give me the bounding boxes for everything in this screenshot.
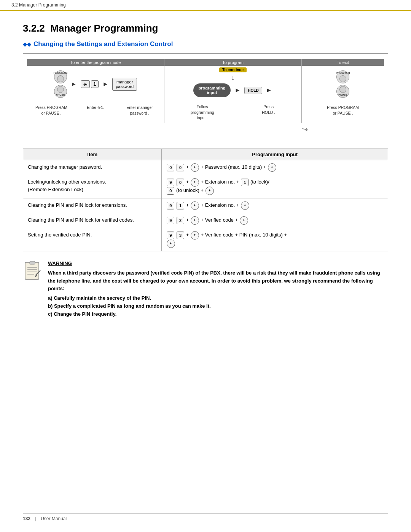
key-1a: 1 [177, 202, 184, 209]
svg-rect-0 [25, 262, 39, 280]
top-bar-label: 3.2 Manager Programming [11, 2, 66, 8]
table-row: Setting the verified code PIN. 9 3 + + V… [23, 228, 388, 251]
table-cell-input-2: 9 0 + + Extension no. + 1 (to lock)/ 0 (… [162, 175, 388, 198]
caption-follow-prog: Followprogramminginput . [191, 104, 214, 121]
program-button-exit: PROGRAM [336, 70, 349, 83]
key-0a: 0 [167, 164, 174, 171]
warning-section: WARNING When a third party discovers the… [23, 260, 388, 318]
caption-enter-star1: Enter ⚹1. [73, 105, 118, 116]
key-0c: 0 [177, 179, 184, 186]
warning-point-b: b) Specify a complicated PIN as long and… [48, 302, 388, 310]
table-cell-item-3: Clearing the PIN and PIN lock for extens… [23, 198, 162, 213]
page-content: 3.2.2 Manager Programming ◆◆ Changing th… [0, 11, 411, 334]
table-cell-input-3: 9 1 + + Extension no. + [162, 198, 388, 213]
table-cell-item-4: Clearing the PIN and PIN lock for verifi… [23, 213, 162, 228]
nav-icon-3 [191, 178, 199, 187]
arrow-2: ► [102, 81, 108, 88]
program-button-1: PROGRAM [54, 70, 67, 83]
caption-enter-mgr-pwd: Enter managerpassword . [118, 105, 162, 116]
key-9d: 9 [167, 232, 174, 239]
to-continue-label: To continue [219, 67, 247, 72]
nav-icon-10 [167, 240, 175, 248]
caption-press-program: Press PROGRAMor PAUSE . [29, 105, 73, 116]
diamond-icon: ◆◆ [23, 41, 31, 47]
warning-body: When a third party discovers the passwor… [48, 269, 388, 293]
flow-header-program: To program [164, 59, 301, 66]
table-row: Clearing the PIN and PIN lock for extens… [23, 198, 388, 213]
footer-divider: | [35, 516, 36, 521]
flow-diagram: To enter the program mode PROGRAM PAUSE [23, 53, 388, 140]
hold-button: HOLD [244, 87, 262, 94]
table-cell-item-2: Locking/unlocking other extensions.(Remo… [23, 175, 162, 198]
flow-header-exit: To exit [302, 59, 384, 66]
table-cell-input-1: 0 0 + + Password (max. 10 digits) + [162, 160, 388, 175]
warning-title: WARNING [48, 260, 388, 268]
nav-icon-6 [241, 201, 249, 210]
arrow-4: ► [266, 87, 272, 94]
arrow-3: ► [234, 87, 241, 94]
nav-icon-4 [206, 187, 214, 195]
key-0b: 0 [177, 164, 184, 171]
arrow-1: ► [71, 81, 77, 88]
key-9b: 9 [167, 202, 174, 209]
table-row: Locking/unlocking other extensions.(Remo… [23, 175, 388, 198]
table-header-item: Item [23, 149, 162, 160]
top-bar: 3.2 Manager Programming [0, 0, 411, 11]
caption-exit-program: Press PROGRAMor PAUSE . [302, 105, 384, 116]
nav-icon-2 [268, 163, 276, 172]
caption-press-hold: PressHOLD . [262, 104, 275, 121]
programming-input-oval: programminginput [193, 83, 231, 97]
manager-password-box: managerpassword [112, 78, 137, 91]
subsection-title: ◆◆ Changing the Settings and Extension C… [23, 40, 388, 48]
table-header-input: Programming Input [162, 149, 388, 160]
nav-icon-8 [240, 216, 248, 225]
key-9c: 9 [167, 217, 174, 224]
key-3a: 3 [177, 232, 184, 239]
programming-table: Item Programming Input Changing the mana… [23, 149, 388, 251]
table-cell-item-1: Changing the manager password. [23, 160, 162, 175]
nav-icon-1 [191, 163, 199, 172]
warning-points: a) Carefully maintain the secrecy of the… [48, 294, 388, 318]
key-1-lock: 1 [241, 179, 249, 186]
warning-icon [23, 260, 42, 285]
section-title: 3.2.2 Manager Programming [23, 22, 388, 34]
nav-icon-9 [191, 231, 199, 240]
table-cell-item-5: Setting the verified code PIN. [23, 228, 162, 251]
nav-icon-5 [191, 201, 199, 210]
warning-point-a: a) Carefully maintain the secrecy of the… [48, 294, 388, 302]
table-cell-input-5: 9 3 + + Verified code + PIN (max. 10 dig… [162, 228, 388, 251]
one-key: 1 [91, 80, 99, 88]
star-key: ⚹ [81, 80, 90, 88]
table-cell-input-4: 9 2 + + Verified code + [162, 213, 388, 228]
key-9a: 9 [167, 179, 174, 186]
warning-text-block: WARNING When a third party discovers the… [48, 260, 388, 318]
key-2a: 2 [177, 217, 184, 224]
key-0-unlock: 0 [167, 187, 174, 195]
page-footer: 132 | User Manual [23, 513, 388, 521]
table-row: Clearing the PIN and PIN lock for verifi… [23, 213, 388, 228]
table-row: Changing the manager password. 0 0 + + P… [23, 160, 388, 175]
nav-icon-7 [191, 216, 199, 225]
flow-header-enter: To enter the program mode [27, 59, 164, 66]
pause-button-1: PAUSE [54, 85, 67, 98]
footer-page-number: 132 [23, 516, 30, 521]
footer-label: User Manual [41, 516, 67, 521]
warning-point-c: c) Change the PIN frequently. [48, 310, 388, 318]
svg-rect-1 [30, 261, 35, 264]
pause-button-exit: PAUSE [336, 85, 349, 98]
